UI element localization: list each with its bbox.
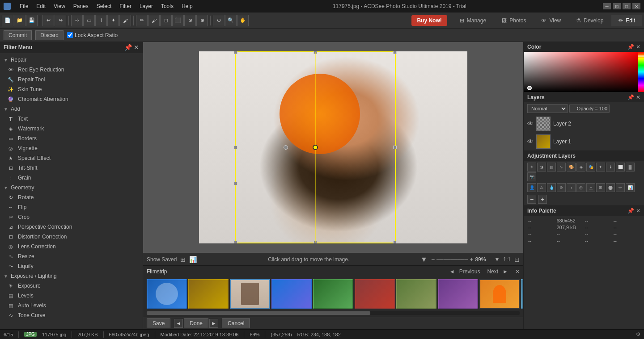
fullscreen-icon[interactable]: ⊡ — [514, 256, 520, 263]
filter-item-auto-levels[interactable]: ▤ Auto Levels — [0, 301, 143, 310]
filter-panel-close[interactable]: ✕ — [134, 44, 139, 51]
magic-wand-icon[interactable]: ✦ — [107, 15, 119, 26]
lasso-icon[interactable]: ⌇ — [95, 15, 107, 26]
filter-item-liquify[interactable]: 〜 Liquify — [0, 261, 143, 271]
filmstrip-thumb-7[interactable] — [396, 279, 436, 309]
filter-item-levels[interactable]: ▤ Levels — [0, 291, 143, 301]
crop-center-dot[interactable] — [313, 145, 318, 150]
color-pin-icon[interactable]: 📌 — [627, 44, 634, 50]
brush-select-icon[interactable]: 🖌 — [119, 15, 131, 26]
adj-sat-icon[interactable]: ◈ — [576, 163, 585, 172]
heal-icon[interactable]: ⊕ — [196, 15, 208, 26]
buy-now-button[interactable]: Buy Now! — [411, 15, 447, 26]
adj-minus-button[interactable]: − — [527, 195, 536, 204]
filmstrip-thumb-8[interactable] — [438, 279, 478, 309]
layers-pin-icon[interactable]: 📌 — [627, 94, 634, 100]
filter-group-add[interactable]: ▼ Add — [0, 104, 143, 114]
filter-item-resize[interactable]: ⤡ Resize — [0, 251, 143, 261]
adj-vignette-icon[interactable]: ⬤ — [606, 183, 615, 192]
adj-grad-icon[interactable]: ▓ — [626, 163, 635, 172]
filter-item-vignette[interactable]: ◎ Vignette — [0, 143, 143, 153]
filter-item-tilt-shift[interactable]: ⊞ Tilt-Shift — [0, 163, 143, 173]
color-gradient[interactable] — [524, 52, 638, 92]
filter-item-grain[interactable]: ⋮ Grain — [0, 173, 143, 183]
adj-drop-icon[interactable]: ⊕ — [557, 183, 566, 192]
crop-handle-tl[interactable] — [234, 51, 237, 54]
minimize-button[interactable]: ─ — [603, 3, 611, 9]
info-pin-icon[interactable]: 📌 — [627, 208, 634, 214]
filmstrip-thumb-1[interactable] — [147, 279, 187, 309]
adj-vibrance-icon[interactable]: ✦ — [596, 163, 605, 172]
filter-group-exposure[interactable]: ▼ Exposure / Lighting — [0, 271, 143, 281]
cancel-button[interactable]: Cancel — [222, 318, 250, 328]
menu-layer[interactable]: Layer — [136, 2, 157, 10]
zoom-out-button[interactable]: − — [431, 256, 435, 263]
canvas-area[interactable] — [143, 42, 523, 253]
lock-aspect-checkbox[interactable] — [67, 32, 73, 38]
filmstrip-thumb-2[interactable] — [188, 279, 229, 309]
chart-icon[interactable]: 📊 — [189, 256, 197, 263]
redo-icon[interactable]: ↪ — [55, 15, 66, 26]
filmstrip-thumb-4[interactable] — [271, 279, 312, 309]
layer-2-eye-icon[interactable]: 👁 — [527, 120, 534, 127]
layer-1-eye-icon[interactable]: 👁 — [527, 138, 534, 145]
crop-handle-br[interactable] — [393, 241, 397, 243]
adj-wb-icon[interactable]: ⬜ — [616, 163, 625, 172]
maximize-button[interactable]: □ — [623, 3, 631, 9]
restore-button[interactable]: ⊡ — [613, 3, 621, 9]
next-image-button[interactable]: ► — [209, 319, 218, 328]
tab-manage[interactable]: ⊞ Manage — [453, 15, 493, 26]
expand-down-icon[interactable]: ▼ — [420, 255, 428, 264]
filmstrip-next-button[interactable]: Next — [484, 268, 501, 276]
color-close-icon[interactable]: ✕ — [636, 44, 640, 50]
clone-icon[interactable]: ⊛ — [184, 15, 196, 26]
adj-person-icon[interactable]: 👤 — [527, 183, 536, 192]
menu-select[interactable]: Select — [93, 2, 115, 10]
commit-button[interactable]: Commit — [4, 30, 32, 40]
discard-button[interactable]: Discard — [35, 30, 64, 40]
crop-handle-ml[interactable] — [234, 146, 237, 149]
close-button[interactable]: ✕ — [632, 3, 640, 9]
filter-group-geometry[interactable]: ▼ Geometry — [0, 183, 143, 193]
filter-item-rotate[interactable]: ↻ Rotate — [0, 193, 143, 202]
crop-bl-extra[interactable] — [234, 182, 237, 185]
filter-item-borders[interactable]: ▭ Borders — [0, 134, 143, 143]
menu-tools[interactable]: Tools — [157, 2, 177, 10]
filter-item-repair-tool[interactable]: 🔧 Repair Tool — [0, 75, 143, 84]
filter-item-perspective[interactable]: ⊿ Perspective Correction — [0, 222, 143, 232]
adj-water-icon[interactable]: 💧 — [547, 183, 556, 192]
menu-panes[interactable]: Panes — [70, 2, 92, 10]
pencil-icon[interactable]: ✏ — [136, 15, 148, 26]
paint-brush-icon[interactable]: 🖌 — [148, 15, 160, 26]
done-button[interactable]: Done — [184, 318, 208, 328]
adj-hue-icon[interactable]: 🎨 — [567, 163, 576, 172]
crop-left-dot[interactable] — [284, 145, 288, 150]
color-picker-icon[interactable]: ⊙ — [213, 15, 225, 26]
zoom-in-button[interactable]: + — [470, 256, 473, 263]
filter-item-skin-tune[interactable]: ✨ Skin Tune — [0, 84, 143, 94]
filmstrip-thumb-6[interactable] — [355, 279, 395, 309]
tab-view[interactable]: 👁 View — [534, 15, 568, 26]
adj-levels-icon[interactable]: ▤ — [547, 163, 556, 172]
crop-handle-bl[interactable] — [234, 241, 237, 243]
layer-item-1[interactable]: 👁 Layer 1 — [524, 133, 644, 151]
hand-tool-icon[interactable]: ✋ — [237, 15, 249, 26]
tab-develop[interactable]: ⚗ Develop — [569, 15, 610, 26]
filmstrip-thumb-5[interactable] — [313, 279, 353, 309]
adj-color-icon[interactable]: 🎭 — [586, 163, 595, 172]
filter-group-repair[interactable]: ▼ Repair — [0, 55, 143, 65]
adj-curves-icon[interactable]: ∿ — [557, 163, 566, 172]
adj-sharpen-icon[interactable]: △ — [586, 183, 595, 192]
filter-item-distortion[interactable]: ⊞ Distortion Correction — [0, 232, 143, 242]
eraser-icon[interactable]: ◻ — [160, 15, 172, 26]
tab-photos[interactable]: 🖼 Photos — [494, 15, 533, 26]
menu-help[interactable]: Help — [178, 2, 196, 10]
filter-item-special-effect[interactable]: ★ Special Effect — [0, 153, 143, 163]
color-picker-area[interactable] — [524, 52, 644, 92]
filter-item-red-eye[interactable]: 👁 Red Eye Reduction — [0, 65, 143, 75]
adj-plus-button[interactable]: + — [538, 195, 547, 204]
color-picker-cursor[interactable] — [527, 86, 532, 90]
filter-item-flip[interactable]: ↔ Flip — [0, 202, 143, 212]
blend-mode-select[interactable]: Normal — [527, 104, 568, 113]
expand-icon[interactable]: ⊞ — [180, 256, 186, 263]
